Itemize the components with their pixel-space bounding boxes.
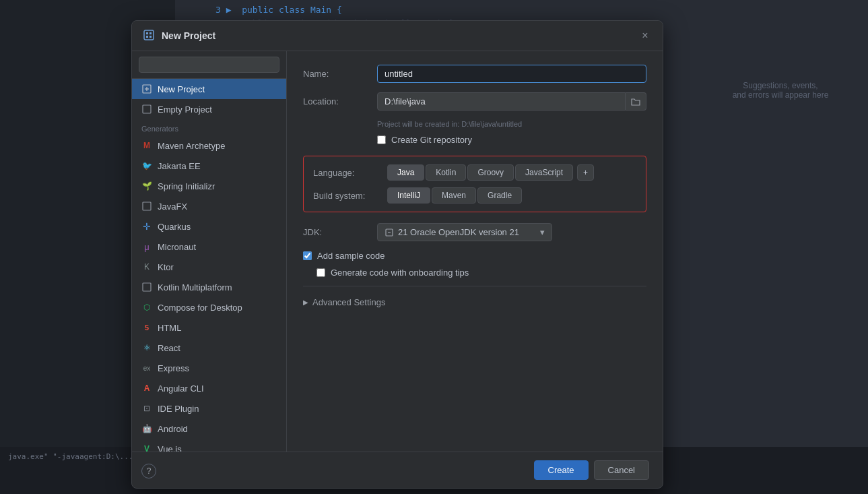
- close-button[interactable]: ×: [638, 29, 652, 42]
- ide-plugin-label: IDE Plugin: [158, 404, 199, 414]
- sidebar-item-express[interactable]: ex Express: [132, 358, 286, 378]
- html-icon: 5: [141, 322, 152, 333]
- create-button[interactable]: Create: [534, 460, 589, 480]
- empty-project-icon: [141, 104, 152, 115]
- android-icon: 🤖: [141, 423, 152, 434]
- svg-rect-2: [146, 36, 148, 38]
- git-checkbox[interactable]: [377, 135, 386, 144]
- divider: [303, 286, 646, 286]
- sidebar-item-html[interactable]: 5 HTML: [132, 317, 286, 338]
- git-label: Create Git repository: [391, 135, 472, 145]
- chevron-right-icon: ▶: [303, 299, 308, 306]
- sidebar-item-new-project[interactable]: New Project: [132, 79, 286, 99]
- dialog-body: New Project Empty Project Generators M M…: [132, 51, 663, 452]
- svg-rect-9: [143, 202, 151, 210]
- sidebar-item-spring[interactable]: 🌱 Spring Initializr: [132, 176, 286, 196]
- git-checkbox-row: Create Git repository: [377, 135, 646, 145]
- location-input[interactable]: [377, 92, 626, 111]
- jdk-row: JDK: 21 Oracle OpenJDK version 21 ▾: [303, 223, 646, 241]
- sidebar-label-new-project: New Project: [158, 84, 205, 94]
- sidebar-item-micronaut[interactable]: μ Micronaut: [132, 237, 286, 257]
- spring-label: Spring Initializr: [158, 181, 215, 191]
- location-hint: Project will be created in: D:\file\java…: [377, 120, 646, 128]
- lang-groovy-button[interactable]: Groovy: [467, 164, 514, 181]
- sidebar-item-react[interactable]: ⚛ React: [132, 338, 286, 358]
- sample-code-checkbox[interactable]: [303, 251, 312, 260]
- suggestions-line1: Suggestions, events,: [713, 81, 848, 90]
- maven-icon: M: [141, 140, 152, 151]
- jdk-dropdown-arrow: ▾: [540, 227, 545, 237]
- name-label: Name:: [303, 69, 377, 79]
- spring-icon: 🌱: [141, 181, 152, 191]
- ktor-icon: K: [141, 261, 152, 272]
- sample-code-row: Add sample code: [303, 251, 646, 261]
- sidebar-item-maven[interactable]: M Maven Archetype: [132, 135, 286, 156]
- advanced-settings-row[interactable]: ▶ Advanced Settings: [303, 295, 646, 310]
- sidebar-label-empty-project: Empty Project: [158, 104, 212, 115]
- express-label: Express: [158, 363, 189, 373]
- build-gradle-button[interactable]: Gradle: [477, 187, 522, 204]
- sidebar-item-compose[interactable]: ⬡ Compose for Desktop: [132, 297, 286, 317]
- cancel-button[interactable]: Cancel: [594, 460, 649, 480]
- generators-section-label: Generators: [132, 119, 286, 135]
- sidebar-item-empty-project[interactable]: Empty Project: [132, 99, 286, 119]
- advanced-settings-label: Advanced Settings: [312, 297, 385, 307]
- jdk-label: JDK:: [303, 227, 377, 237]
- generate-tips-checkbox[interactable]: [316, 268, 325, 277]
- language-label: Language:: [313, 168, 387, 178]
- sidebar-item-javafx[interactable]: JavaFX: [132, 196, 286, 216]
- micronaut-label: Micronaut: [158, 242, 196, 252]
- location-label: Location:: [303, 96, 377, 106]
- sidebar-item-vue[interactable]: V Vue.js: [132, 439, 286, 452]
- angular-label: Angular CLI: [158, 383, 204, 394]
- name-input[interactable]: [377, 65, 646, 83]
- name-row: Name:: [303, 65, 646, 83]
- build-label: Build system:: [313, 191, 387, 201]
- sidebar-item-android[interactable]: 🤖 Android: [132, 419, 286, 439]
- sidebar-item-angular[interactable]: A Angular CLI: [132, 378, 286, 398]
- jdk-select[interactable]: 21 Oracle OpenJDK version 21 ▾: [377, 223, 552, 241]
- build-maven-button[interactable]: Maven: [432, 187, 476, 204]
- language-buttons: Java Kotlin Groovy JavaScript +: [387, 164, 594, 181]
- compose-icon: ⬡: [141, 302, 152, 313]
- javafx-icon: [141, 201, 152, 212]
- sidebar-item-ktor[interactable]: K Ktor: [132, 257, 286, 277]
- sidebar-item-kotlin-mp[interactable]: Kotlin Multiplatform: [132, 277, 286, 297]
- search-box: [132, 51, 286, 79]
- maven-label: Maven Archetype: [158, 141, 225, 151]
- build-buttons: IntelliJ Maven Gradle: [387, 187, 522, 204]
- sidebar: New Project Empty Project Generators M M…: [132, 51, 287, 452]
- lang-java-button[interactable]: Java: [387, 164, 424, 181]
- sidebar-item-quarkus[interactable]: ✛ Quarkus: [132, 216, 286, 237]
- kotlin-mp-icon: [141, 282, 152, 292]
- lang-javascript-button[interactable]: JavaScript: [515, 164, 573, 181]
- generate-tips-row: Generate code with onboarding tips: [316, 268, 646, 278]
- svg-rect-10: [143, 283, 151, 291]
- angular-icon: A: [141, 383, 152, 394]
- new-project-icon: [141, 84, 152, 94]
- sidebar-item-jakarta[interactable]: 🐦 Jakarta EE: [132, 156, 286, 176]
- vue-icon: V: [141, 443, 152, 452]
- react-label: React: [158, 343, 180, 353]
- svg-rect-1: [146, 32, 148, 34]
- dialog-header: New Project ×: [132, 21, 663, 51]
- help-button[interactable]: ?: [141, 464, 156, 478]
- lang-kotlin-button[interactable]: Kotlin: [426, 164, 466, 181]
- html-label: HTML: [158, 323, 181, 333]
- browse-folder-button[interactable]: [626, 92, 646, 111]
- build-intellij-button[interactable]: IntelliJ: [387, 187, 430, 204]
- sidebar-item-ide-plugin[interactable]: ⊡ IDE Plugin: [132, 398, 286, 419]
- javafx-label: JavaFX: [158, 202, 187, 212]
- react-icon: ⚛: [141, 342, 152, 353]
- suggestions-line2: and errors will appear here: [713, 90, 848, 100]
- quarkus-label: Quarkus: [158, 222, 191, 232]
- build-system-row: Build system: IntelliJ Maven Gradle: [313, 187, 636, 204]
- sample-code-label: Add sample code: [317, 251, 385, 261]
- search-input[interactable]: [139, 57, 279, 73]
- add-language-button[interactable]: +: [577, 164, 594, 181]
- dialog-icon: [143, 29, 156, 42]
- dialog-title: New Project: [162, 30, 638, 41]
- svg-rect-0: [144, 30, 154, 40]
- svg-rect-3: [149, 32, 152, 34]
- suggestions-panel: Suggestions, events, and errors will app…: [713, 81, 848, 100]
